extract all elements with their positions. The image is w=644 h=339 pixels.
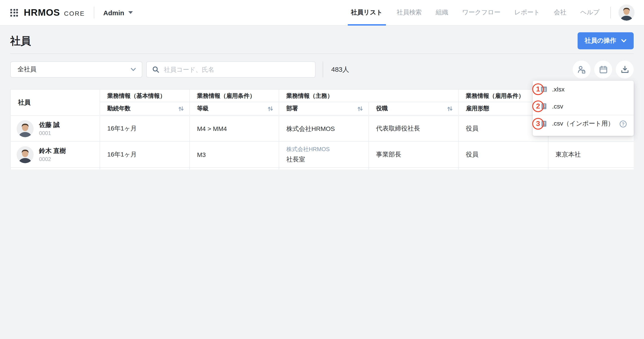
cell-department: 株式会社HRMOS管理本部 — [279, 167, 369, 169]
column-header-勤続年数[interactable]: 勤続年数 — [100, 102, 190, 115]
column-label: 役職 — [376, 104, 388, 113]
cell-tenure: 16年1ヶ月 — [100, 167, 190, 169]
department-path-link[interactable]: 株式会社HRMOS — [286, 146, 363, 153]
help-icon[interactable]: ? — [619, 120, 627, 128]
person-document-icon — [577, 65, 586, 74]
column-header-役職[interactable]: 役職 — [369, 102, 458, 115]
employee-code: 0001 — [39, 130, 60, 136]
nav-item-4[interactable]: ワークフロー — [462, 0, 500, 25]
group-header-1: 業務情報（基本情報） — [100, 89, 190, 102]
cell-title: 代表取締役社長 — [369, 115, 458, 141]
workspace-label: Admin — [103, 9, 124, 16]
cell-tenure: 16年1ヶ月 — [100, 115, 190, 141]
brand-suffix: CORE — [64, 10, 85, 17]
export-menu-label: .csv — [552, 103, 563, 110]
chevron-down-icon — [130, 68, 136, 71]
table-row[interactable]: 鈴木 直樹000216年1ヶ月M3株式会社HRMOS社長室事業部長役員東京本社 — [10, 141, 634, 167]
column-header-等級[interactable]: 等級 — [190, 102, 279, 115]
cell-location: 東京本社 — [548, 167, 634, 169]
cell-location: 東京本社 — [548, 141, 634, 167]
export-menu: .xlsx.csv.csv（インポート用）? — [533, 81, 634, 136]
search-icon — [152, 66, 159, 73]
search-input[interactable] — [163, 65, 310, 73]
count-divider — [323, 61, 323, 78]
avatar-image — [16, 120, 34, 137]
table-row[interactable]: 中村 達夫000316年1ヶ月M4株式会社HRMOS管理本部事業部長役員東京本社 — [10, 167, 634, 169]
sort-icon — [357, 106, 363, 111]
filter-selected-value: 全社員 — [18, 65, 36, 73]
group-header-2: 業務情報（雇用条件） — [190, 89, 279, 102]
title-divider — [10, 53, 634, 54]
annotation-circle-1: 1 — [532, 83, 544, 95]
cell-department: 株式会社HRMOS社長室 — [279, 141, 369, 167]
column-label: 部署 — [286, 104, 298, 113]
column-label: 勤続年数 — [107, 104, 130, 113]
download-button[interactable] — [616, 60, 634, 78]
employee-name: 鈴木 直樹 — [39, 147, 66, 155]
caret-down-icon — [128, 11, 133, 14]
employee-code: 0002 — [39, 156, 66, 162]
nav-item-6[interactable]: 会社 — [554, 0, 566, 25]
sort-icon — [447, 106, 453, 111]
sort-icon — [268, 106, 273, 111]
svg-text:?: ? — [622, 121, 624, 126]
download-icon — [620, 65, 630, 74]
search-box — [146, 61, 316, 78]
filter-row: 全社員 483人 — [10, 60, 634, 78]
top-bar: HRMOS CORE Admin 社員リスト社員検索組織ワークフローレポート会社… — [0, 0, 644, 25]
workspace-switcher[interactable]: Admin — [103, 9, 132, 16]
employee-actions-button[interactable]: 社員の操作 — [577, 32, 634, 49]
annotation-circle-3: 3 — [532, 118, 544, 130]
column-label: 雇用形態 — [466, 104, 489, 113]
cell-title: 事業部長 — [369, 141, 458, 167]
help-button[interactable]: ? — [619, 120, 627, 128]
nav-item-2[interactable]: 社員検索 — [396, 0, 422, 25]
nav-item-1[interactable]: 社員リスト — [351, 0, 382, 25]
cell-department: 株式会社HRMOS — [279, 115, 369, 141]
calendar-icon — [598, 65, 608, 74]
department-name: 株式会社HRMOS — [286, 125, 363, 133]
app-root: HRMOS CORE Admin 社員リスト社員検索組織ワークフローレポート会社… — [0, 0, 644, 169]
export-menu-item-xlsx[interactable]: .xlsx — [533, 81, 634, 98]
column-header-部署[interactable]: 部署 — [279, 102, 369, 115]
column-header-employee: 社員 — [10, 89, 100, 115]
employee-name: 佐藤 誠 — [39, 121, 60, 129]
nav-divider — [610, 7, 611, 18]
brand-logo: HRMOS CORE — [24, 7, 85, 18]
date-snapshot-button[interactable] — [594, 60, 612, 78]
employee-history-button[interactable] — [573, 60, 590, 78]
export-menu-item-csv[interactable]: .csv（インポート用）? — [533, 115, 634, 132]
cell-grade: M4 > MM4 — [190, 115, 279, 141]
employee-filter-select[interactable]: 全社員 — [10, 61, 142, 78]
cell-tenure: 16年1ヶ月 — [100, 141, 190, 167]
group-header-3: 業務情報（主務） — [279, 89, 458, 102]
main-nav: 社員リスト社員検索組織ワークフローレポート会社ヘルプ — [337, 0, 600, 25]
sort-icon — [178, 106, 184, 111]
cell-title: 事業部長 — [369, 167, 458, 169]
export-menu-label: .xlsx — [552, 86, 564, 93]
avatar — [16, 146, 34, 163]
column-label: 等級 — [197, 104, 209, 113]
cell-grade: M4 — [190, 167, 279, 169]
cell-employment-type: 役員 — [458, 167, 548, 169]
brand-name: HRMOS — [24, 7, 60, 18]
page-title: 社員 — [10, 34, 31, 48]
department-name: 社長室 — [286, 155, 363, 163]
avatar-image — [618, 4, 634, 21]
apps-grid-icon[interactable] — [10, 9, 18, 16]
avatar-image — [16, 146, 34, 163]
nav-item-3[interactable]: 組織 — [436, 0, 448, 25]
annotation-circle-2: 2 — [532, 100, 544, 112]
title-row: 社員 社員の操作 — [10, 32, 634, 50]
employee-actions-label: 社員の操作 — [584, 37, 616, 45]
employee-count: 483人 — [331, 65, 349, 74]
cell-grade: M3 — [190, 141, 279, 167]
cell-employment-type: 役員 — [458, 141, 548, 167]
export-menu-label: .csv（インポート用） — [552, 120, 614, 128]
user-avatar[interactable] — [618, 4, 634, 21]
nav-item-5[interactable]: レポート — [514, 0, 540, 25]
avatar — [16, 120, 34, 137]
nav-item-7[interactable]: ヘルプ — [580, 0, 600, 25]
header-divider — [94, 7, 94, 18]
export-menu-item-csv[interactable]: .csv — [533, 98, 634, 115]
